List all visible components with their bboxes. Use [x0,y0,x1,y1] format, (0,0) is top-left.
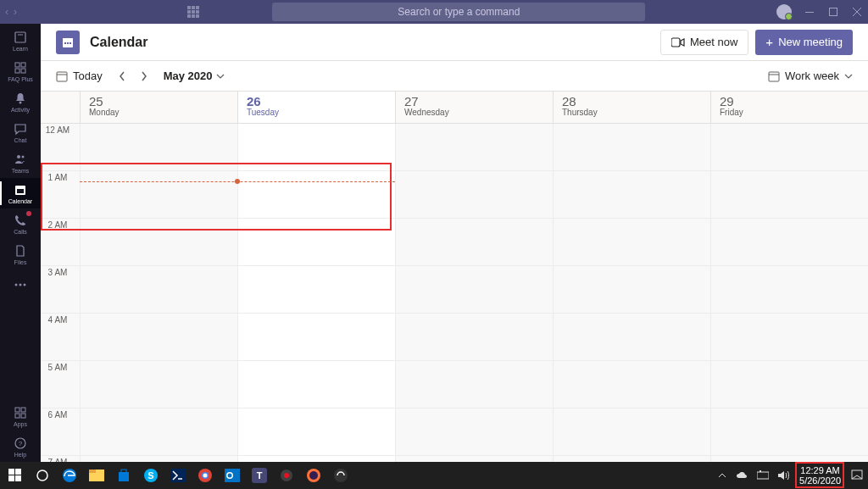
svg-rect-10 [829,8,837,16]
help-icon: ? [13,436,28,451]
time-slot[interactable] [80,266,237,313]
time-slot[interactable] [395,361,553,408]
taskbar-app-recorder[interactable] [273,462,300,489]
time-slot[interactable] [710,408,868,455]
time-slot[interactable] [553,314,710,360]
time-slot[interactable] [395,171,553,218]
taskbar-app-teams[interactable]: T [246,462,273,489]
time-slot[interactable] [553,266,710,313]
time-slot[interactable] [80,361,237,408]
sidebar-item-label: Help [14,452,26,458]
time-slot[interactable] [710,361,868,408]
svg-point-58 [203,474,208,478]
time-slot[interactable] [553,219,710,265]
time-slot[interactable] [237,456,395,462]
time-slot[interactable] [553,124,710,170]
day-number: 25 [89,95,229,108]
sidebar-item-label: Activity [11,107,30,113]
meet-now-button[interactable]: Meet now [660,30,748,55]
time-slot[interactable] [395,456,553,462]
calendar-grid[interactable]: 12 AM1 AM2 AM3 AM4 AM5 AM6 AM7 AM [41,124,868,462]
sidebar-item-apps[interactable]: Apps [0,401,41,431]
time-slot[interactable] [395,219,553,265]
search-input[interactable]: Search or type a command [272,3,645,21]
taskbar-app-skype[interactable]: S [137,462,164,489]
time-slot[interactable] [395,408,553,455]
month-label: May 2020 [164,69,213,82]
time-slot[interactable] [710,314,868,360]
sidebar-item-learn[interactable]: Learn [0,25,41,56]
today-button[interactable]: Today [56,69,103,82]
day-header-fri[interactable]: 29Friday [710,92,868,123]
time-slot[interactable] [237,361,395,408]
time-slot[interactable] [553,456,710,462]
tray-notifications-icon[interactable] [848,462,866,489]
taskbar-app-snip[interactable] [327,462,354,489]
time-slot[interactable] [710,124,868,170]
next-button[interactable] [135,67,153,86]
time-slot[interactable] [80,124,237,170]
taskbar-app-cortana[interactable] [29,462,56,489]
minimize-icon[interactable] [804,7,815,17]
month-picker[interactable]: May 2020 [164,69,225,82]
time-slot[interactable] [80,314,237,360]
time-slot[interactable] [237,124,395,170]
new-meeting-button[interactable]: + New meeting [755,30,853,55]
sidebar-item-calls[interactable]: Calls [0,208,41,239]
time-slot[interactable] [710,219,868,265]
taskbar-app-explorer[interactable] [83,462,110,489]
time-slot[interactable] [237,314,395,360]
tray-chevron-icon[interactable] [713,462,732,489]
start-button[interactable] [2,462,29,489]
time-slot[interactable] [710,456,868,462]
time-slot[interactable] [553,171,710,218]
sidebar-item-calendar[interactable]: Calendar [0,178,41,208]
time-slot[interactable] [710,171,868,218]
time-slot[interactable] [80,219,237,265]
day-header-mon[interactable]: 25Monday [80,92,237,123]
time-slot[interactable] [395,266,553,313]
time-slot[interactable] [710,266,868,313]
time-slot[interactable] [395,124,553,170]
time-slot[interactable] [80,171,237,218]
day-header-thu[interactable]: 28Thursday [553,92,710,123]
time-slot[interactable] [237,219,395,265]
time-slot[interactable] [80,408,237,455]
taskbar-app-firefox[interactable] [300,462,327,489]
time-slot[interactable] [237,171,395,218]
prev-button[interactable] [113,67,131,86]
time-slot[interactable] [80,456,237,462]
meet-now-label: Meet now [690,36,737,48]
tray-network-icon[interactable] [754,462,772,489]
sidebar-item-files[interactable]: Files [0,239,41,270]
view-picker[interactable]: Work week [768,69,853,82]
sidebar-item-chat[interactable]: Chat [0,117,41,147]
day-header-tue[interactable]: 26Tuesday [237,92,395,123]
tray-volume-icon[interactable] [774,462,793,489]
app-launcher-icon[interactable] [186,5,200,19]
forward-icon[interactable]: › [14,6,17,18]
day-number: 26 [247,95,387,108]
taskbar-app-powershell[interactable] [164,462,192,489]
taskbar-app-edge[interactable] [56,462,83,489]
tray-onedrive-icon[interactable] [733,462,752,489]
sidebar-item-faqplus[interactable]: FAQ Plus [0,56,41,86]
time-slot[interactable] [237,408,395,455]
taskbar-app-store[interactable] [110,462,137,489]
time-slot[interactable] [237,266,395,313]
back-icon[interactable]: ‹ [5,6,8,18]
sidebar-item-activity[interactable]: Activity [0,86,41,117]
maximize-icon[interactable] [827,7,839,17]
time-slot[interactable] [395,314,553,360]
day-header-wed[interactable]: 27Wednesday [395,92,553,123]
taskbar-clock[interactable]: 12:29 AM 5/26/2020 [794,465,846,486]
avatar[interactable] [776,4,792,19]
taskbar-app-outlook[interactable] [219,462,246,489]
taskbar-app-chrome[interactable] [192,462,219,489]
time-slot[interactable] [553,361,710,408]
sidebar-item-help[interactable]: ?Help [0,431,41,462]
time-slot[interactable] [553,408,710,455]
close-icon[interactable] [851,7,863,17]
sidebar-item-teams[interactable]: Teams [0,147,41,178]
sidebar-item-more[interactable] [0,270,41,300]
